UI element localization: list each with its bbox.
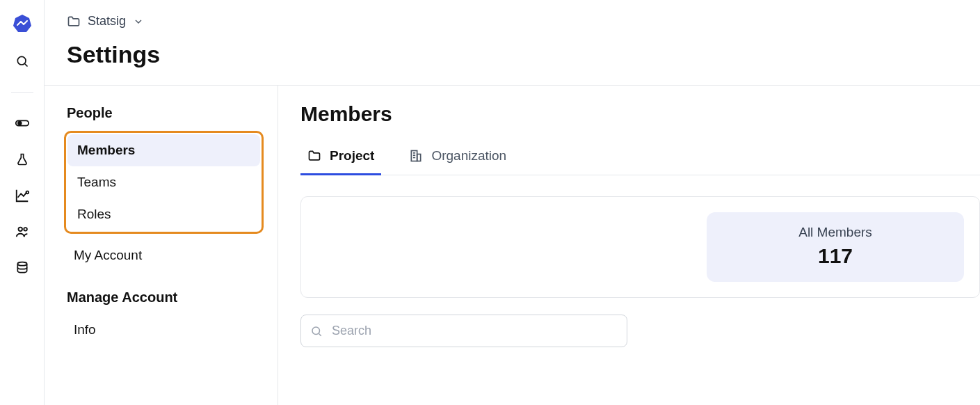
svg-point-7 (24, 228, 27, 231)
svg-point-5 (26, 191, 29, 194)
svg-point-6 (18, 228, 22, 232)
sidebar-item-info[interactable]: Info (64, 315, 264, 344)
search-icon[interactable] (14, 53, 31, 70)
users-icon[interactable] (14, 223, 31, 240)
flask-icon[interactable] (14, 151, 31, 168)
summary-box[interactable]: All Members 117 (707, 212, 964, 282)
breadcrumb-label: Statsig (88, 14, 126, 29)
logo-icon[interactable] (13, 14, 32, 33)
summary-card: All Members 117 (300, 196, 980, 298)
svg-point-4 (18, 122, 22, 125)
svg-line-2 (24, 64, 27, 67)
svg-point-14 (312, 327, 320, 335)
breadcrumb[interactable]: Statsig (67, 14, 958, 29)
sidebar-item-members[interactable]: Members (67, 134, 260, 166)
search-wrap (300, 315, 627, 347)
tab-label: Project (330, 148, 374, 164)
svg-line-15 (319, 333, 321, 335)
settings-sidebar: People Members Teams Roles My Account Ma… (45, 86, 278, 405)
main-panel: Members Project Organization (278, 86, 980, 405)
sidebar-section-people: People (67, 105, 264, 121)
highlight-box: Members Teams Roles (64, 131, 264, 234)
search-input[interactable] (300, 315, 627, 347)
chart-icon[interactable] (14, 187, 31, 204)
tabs: Project Organization (300, 143, 980, 175)
summary-count: 117 (707, 244, 964, 268)
svg-rect-10 (417, 154, 421, 161)
main-title: Members (300, 102, 980, 126)
sidebar-item-label: Roles (77, 207, 111, 221)
toggle-icon[interactable] (14, 115, 31, 132)
sidebar-item-label: Info (74, 322, 96, 337)
sidebar-item-roles[interactable]: Roles (67, 198, 260, 230)
summary-label: All Members (707, 225, 964, 240)
building-icon (409, 149, 423, 163)
sidebar-item-label: My Account (74, 248, 142, 262)
tab-organization[interactable]: Organization (409, 143, 506, 175)
database-icon[interactable] (14, 260, 31, 276)
svg-point-8 (17, 262, 26, 266)
sidebar-item-my-account[interactable]: My Account (64, 241, 264, 270)
sidebar-item-label: Teams (77, 175, 116, 189)
tab-project[interactable]: Project (300, 143, 381, 175)
sidebar-item-label: Members (77, 143, 135, 157)
folder-icon (307, 149, 321, 163)
rail-divider (11, 92, 33, 93)
page-title: Settings (67, 41, 958, 68)
tab-label: Organization (431, 148, 506, 164)
search-icon (310, 325, 323, 338)
svg-point-1 (17, 56, 26, 65)
sidebar-item-teams[interactable]: Teams (67, 166, 260, 198)
folder-icon (67, 15, 81, 29)
icon-rail (0, 0, 45, 405)
chevron-down-icon (133, 16, 144, 27)
page-header: Statsig Settings (45, 0, 980, 86)
sidebar-section-manage-account: Manage Account (67, 289, 264, 305)
